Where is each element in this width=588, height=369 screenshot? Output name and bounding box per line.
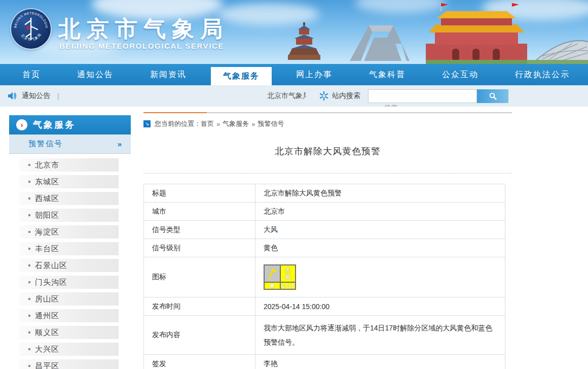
table-row: 信号级别 黄色: [144, 239, 505, 257]
page-title: 北京市解除大风黄色预警: [143, 145, 512, 157]
table-row: 签发 李艳: [144, 355, 505, 369]
sidebar-item-warning-signals[interactable]: 预警信号 »: [9, 135, 131, 154]
bullet-icon: [28, 164, 30, 166]
row-label: 信号级别: [144, 239, 255, 257]
row-value: 我市大部地区风力将逐渐减弱，于14日17时解除分区域的大风黄色和蓝色预警信号。: [255, 316, 505, 355]
bullet-icon: [28, 281, 30, 283]
main-content: ↘ 您当前的位置： 首页 » 气象服务 » 预警信号 北京市解除大风黄色预警 标…: [143, 112, 512, 369]
sidebar-item-xicheng[interactable]: 西城区: [19, 192, 119, 205]
nav-item-law-enforcement[interactable]: 行政执法公示: [503, 64, 582, 85]
nav-item-public-interaction[interactable]: 公众互动: [430, 64, 491, 85]
bullet-icon: [28, 248, 30, 250]
weather-marquee: 北京市气象局: [267, 91, 306, 102]
breadcrumb-separator: »: [251, 120, 255, 128]
sidebar-item-changping[interactable]: 昌平区: [19, 359, 119, 369]
breadcrumb-link-home[interactable]: 首页: [201, 119, 214, 128]
bullet-icon: [28, 331, 30, 333]
beijing-skyline-illustration: [274, 0, 588, 64]
search-input[interactable]: [368, 89, 477, 103]
nav-item-science[interactable]: 气象科普: [357, 64, 418, 85]
sidebar-item-dongcheng[interactable]: 东城区: [19, 175, 119, 188]
row-label: 信号类型: [144, 221, 255, 239]
bullet-icon: [28, 264, 30, 266]
bullet-icon: [28, 348, 30, 350]
warning-icon-main-text: 大 风: [281, 265, 295, 282]
dashed-divider: [143, 173, 512, 174]
row-value: 2025-04-14 15:00:00: [255, 297, 505, 316]
notice-link[interactable]: 通知公告: [22, 91, 50, 100]
table-row: 标题 北京市解除大风黄色预警: [144, 184, 505, 203]
breadcrumb: ↘ 您当前的位置： 首页 » 气象服务 » 预警信号: [143, 119, 512, 128]
temple-of-heaven-icon: [288, 22, 320, 60]
nav-item-notices[interactable]: 通知公告: [65, 64, 126, 85]
gale-yellow-warning-icon: 大 风 黄 GALE: [264, 264, 296, 290]
sidebar-item-shunyi[interactable]: 顺义区: [19, 326, 119, 339]
main-nav: 首页 通知公告 新闻资讯 气象服务 网上办事 气象科普 公众互动 行政执法公示: [0, 64, 588, 85]
search-hint-text: 搜索: [384, 104, 397, 107]
warning-detail-table: 标题 北京市解除大风黄色预警 城市 北京市 信号类型 大风 信号级别 黄色 图标: [143, 184, 505, 369]
table-row: 发布内容 我市大部地区风力将逐渐减弱，于14日17时解除分区域的大风黄色和蓝色预…: [144, 316, 505, 355]
row-label: 发布内容: [144, 316, 255, 355]
sidebar: › 气象服务 预警信号 » 北京市 东城区 西城区 朝阳区 海淀区 丰台区 石景…: [9, 115, 131, 369]
site-search-label: 站内搜索: [332, 91, 360, 100]
nav-item-news[interactable]: 新闻资讯: [138, 64, 199, 85]
row-value: 北京市: [255, 203, 505, 221]
warning-icon-level-text: 黄: [265, 283, 280, 289]
cctv-tower-icon: [350, 25, 410, 61]
site-subtitle: BEIJING METEOROLOGICAL SERVICE: [59, 42, 224, 50]
search-icon: [489, 92, 497, 100]
sidebar-item-fangshan[interactable]: 房山区: [19, 292, 119, 306]
warning-signals-label: 预警信号: [28, 139, 118, 149]
bullet-icon: [28, 197, 30, 199]
bullet-icon: [28, 181, 30, 183]
row-value: 北京市解除大风黄色预警: [255, 184, 505, 203]
bullet-icon: [28, 315, 30, 317]
sidebar-item-fengtai[interactable]: 丰台区: [19, 242, 119, 255]
row-label: 城市: [144, 203, 255, 221]
bullet-icon: [28, 365, 30, 367]
sidebar-item-shijingshan[interactable]: 石景山区: [19, 259, 119, 272]
row-value: 李艳: [255, 355, 505, 369]
sidebar-header-label: 气象服务: [33, 119, 76, 131]
table-row: 城市 北京市: [144, 203, 505, 221]
table-row: 信号类型 大风: [144, 221, 505, 239]
table-row: 发布时间 2025-04-14 15:00:00: [144, 297, 505, 316]
district-list: 北京市 东城区 西城区 朝阳区 海淀区 丰台区 石景山区 门头沟区 房山区 通州…: [9, 158, 131, 369]
table-row: 图标 大 风 黄 GALE: [144, 257, 505, 297]
site-title: 北京市气象局: [58, 14, 229, 44]
nav-item-online-services[interactable]: 网上办事: [284, 64, 345, 85]
content-top-border: [143, 112, 512, 113]
nav-item-weather-services[interactable]: 气象服务: [211, 67, 272, 85]
sidebar-item-mentougou[interactable]: 门头沟区: [19, 276, 119, 289]
red-chevron-icon: ›: [16, 119, 27, 130]
sidebar-item-chaoyang[interactable]: 朝阳区: [19, 209, 119, 222]
birds-nest-stadium-icon: [527, 41, 588, 64]
breadcrumb-prefix: 您当前的位置：: [155, 119, 201, 128]
row-label: 发布时间: [144, 297, 255, 316]
row-label: 标题: [144, 184, 255, 203]
row-label: 签发: [144, 355, 255, 369]
breadcrumb-link-warning-signals[interactable]: 预警信号: [258, 119, 284, 128]
logo-ring-text: BEIJING METEOROLOGICAL SERVICE: [11, 9, 49, 28]
location-arrow-icon: ↘: [143, 120, 151, 127]
sidebar-item-daxing[interactable]: 大兴区: [19, 343, 119, 356]
double-chevron-icon: »: [118, 140, 122, 148]
sub-bar: 通知公告 | 北京市气象局 站内搜索 搜索: [0, 85, 588, 107]
bullet-icon: [28, 298, 30, 300]
search-button[interactable]: [477, 89, 508, 103]
logo[interactable]: BEIJING METEOROLOGICAL SERVICE 北京市气象局: [11, 9, 51, 49]
orange-accent-bar: [143, 112, 207, 113]
nav-item-home[interactable]: 首页: [10, 64, 53, 85]
warning-icon-en-text: GALE: [281, 283, 295, 289]
breadcrumb-link-weather-services[interactable]: 气象服务: [223, 119, 249, 128]
sidebar-item-beijing[interactable]: 北京市: [19, 158, 119, 172]
sidebar-header: › 气象服务: [9, 115, 131, 135]
sidebar-item-haidian[interactable]: 海淀区: [19, 225, 119, 239]
bullet-icon: [28, 231, 30, 233]
sidebar-item-tongzhou[interactable]: 通州区: [19, 309, 119, 322]
speaker-icon: [8, 92, 18, 100]
svg-text:BEIJING METEOROLOGICAL SERVICE: BEIJING METEOROLOGICAL SERVICE: [11, 9, 49, 28]
tiananmen-icon: [426, 3, 527, 64]
spark-icon: [319, 91, 328, 100]
row-value: 大风: [255, 221, 505, 239]
